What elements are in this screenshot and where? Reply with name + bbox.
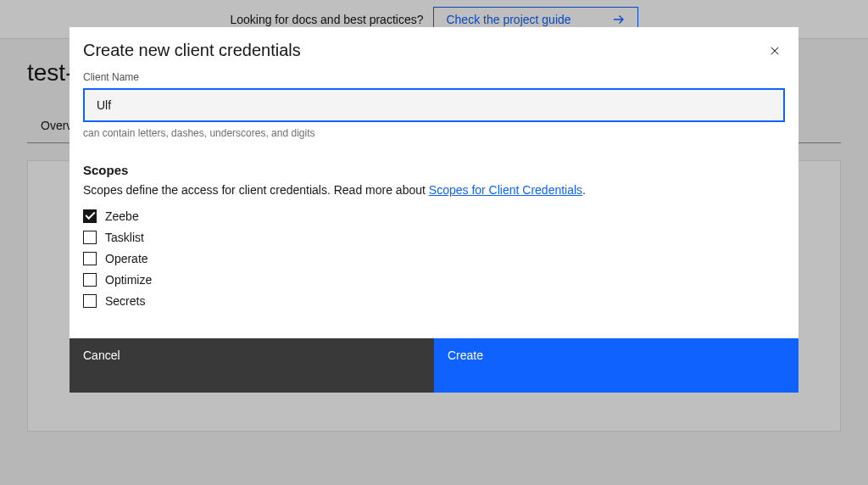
checkbox-icon [83, 209, 97, 223]
scopes-heading: Scopes [83, 163, 785, 177]
close-icon [768, 44, 782, 58]
checkbox-label: Secrets [105, 294, 145, 308]
checkbox-label: Operate [105, 252, 148, 265]
scope-checkbox-optimize[interactable]: Optimize [83, 273, 785, 287]
checkbox-icon [83, 231, 97, 244]
checkbox-icon [83, 252, 97, 265]
client-name-helper: can contain letters, dashes, underscores… [83, 127, 785, 139]
cancel-button[interactable]: Cancel [70, 338, 434, 393]
scope-checkbox-zeebe[interactable]: Zeebe [83, 209, 785, 223]
scope-checkbox-operate[interactable]: Operate [83, 252, 785, 265]
modal-footer: Cancel Create [70, 338, 798, 393]
modal-header: Create new client credentials [70, 27, 798, 71]
scopes-description: Scopes define the access for client cred… [83, 182, 785, 199]
modal-body: Client Name can contain letters, dashes,… [70, 71, 798, 338]
create-client-credentials-modal: Create new client credentials Client Nam… [70, 27, 798, 393]
modal-title: Create new client credentials [83, 41, 301, 60]
client-name-label: Client Name [83, 71, 785, 83]
checkbox-icon [83, 294, 97, 308]
close-button[interactable] [765, 41, 785, 61]
client-name-input[interactable] [83, 88, 785, 122]
scopes-description-suffix: . [582, 183, 586, 197]
checkbox-label: Zeebe [105, 209, 139, 223]
create-button[interactable]: Create [434, 338, 798, 393]
scopes-checkbox-list: Zeebe Tasklist Operate Optimize Secrets [83, 209, 785, 308]
scope-checkbox-tasklist[interactable]: Tasklist [83, 231, 785, 244]
scopes-doc-link[interactable]: Scopes for Client Credentials [429, 183, 582, 197]
checkbox-label: Tasklist [105, 231, 144, 244]
scopes-description-prefix: Scopes define the access for client cred… [83, 183, 429, 197]
checkbox-label: Optimize [105, 273, 152, 287]
scope-checkbox-secrets[interactable]: Secrets [83, 294, 785, 308]
checkbox-icon [83, 273, 97, 287]
